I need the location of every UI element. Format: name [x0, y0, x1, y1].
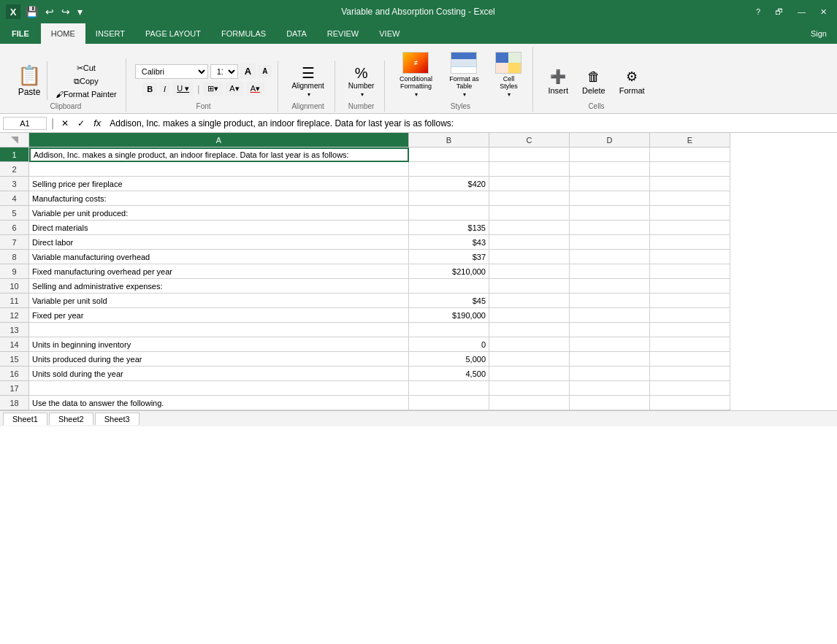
cell-C12[interactable] [489, 308, 570, 323]
cell-C6[interactable] [489, 221, 570, 235]
tab-insert[interactable]: INSERT [85, 23, 135, 44]
row-header-9[interactable]: 9 [0, 264, 29, 279]
cell-D17[interactable] [570, 381, 650, 396]
cell-E7[interactable] [650, 235, 730, 250]
paste-button[interactable]: 📋 Paste [12, 61, 47, 100]
cell-D12[interactable] [570, 308, 650, 323]
cell-B8[interactable]: $37 [409, 250, 489, 264]
sheet-tab-3[interactable]: Sheet3 [95, 413, 140, 425]
cell-C11[interactable] [489, 294, 570, 308]
tab-home[interactable]: HOME [41, 23, 85, 44]
decrease-font-button[interactable]: A [258, 65, 272, 77]
tab-data[interactable]: DATA [276, 23, 317, 44]
cell-C3[interactable] [489, 177, 570, 191]
cell-B4[interactable] [409, 191, 489, 206]
cell-B17[interactable] [409, 381, 489, 396]
cell-C15[interactable] [489, 352, 570, 367]
cell-B1[interactable] [409, 147, 489, 162]
cell-E3[interactable] [650, 177, 730, 191]
cell-B12[interactable]: $190,000 [409, 308, 489, 323]
font-size-select[interactable]: 11 [210, 64, 238, 79]
formula-cancel-button[interactable]: ✕ [58, 118, 72, 129]
cell-D10[interactable] [570, 279, 650, 294]
sheet-tab-2[interactable]: Sheet2 [49, 413, 93, 425]
formula-confirm-button[interactable]: ✓ [74, 118, 88, 129]
cell-D8[interactable] [570, 250, 650, 264]
customize-qat-button[interactable]: ▾ [75, 6, 85, 18]
tab-view[interactable]: VIEW [369, 23, 410, 44]
cell-D7[interactable] [570, 235, 650, 250]
redo-qat-button[interactable]: ↪ [59, 6, 72, 18]
cell-E12[interactable] [650, 308, 730, 323]
minimize-button[interactable]: — [793, 6, 810, 18]
cell-C4[interactable] [489, 191, 570, 206]
row-header-6[interactable]: 6 [0, 221, 29, 235]
cell-A14[interactable]: Units in beginning inventory [29, 337, 409, 352]
row-header-3[interactable]: 3 [0, 177, 29, 191]
cell-A10[interactable]: Selling and administrative expenses: [29, 279, 409, 294]
cell-A7[interactable]: Direct labor [29, 235, 409, 250]
italic-button[interactable]: I [159, 83, 170, 96]
row-header-4[interactable]: 4 [0, 191, 29, 206]
cell-A4[interactable]: Manufacturing costs: [29, 191, 409, 206]
cell-B9[interactable]: $210,000 [409, 264, 489, 279]
cell-D2[interactable] [570, 162, 650, 177]
cell-D13[interactable] [570, 323, 650, 337]
row-header-8[interactable]: 8 [0, 250, 29, 264]
undo-qat-button[interactable]: ↩ [43, 6, 56, 18]
format-painter-button[interactable]: 🖌 Format Painter [53, 88, 120, 100]
cell-A2[interactable] [29, 162, 409, 177]
cell-A9[interactable]: Fixed manufacturing overhead per year [29, 264, 409, 279]
cell-D18[interactable] [570, 396, 650, 410]
conditional-formatting-button[interactable]: ≠ ConditionalFormatting ▾ [394, 50, 437, 100]
cell-E1[interactable] [650, 147, 730, 162]
cell-D14[interactable] [570, 337, 650, 352]
row-header-18[interactable]: 18 [0, 396, 29, 410]
cell-B10[interactable] [409, 279, 489, 294]
cell-A12[interactable]: Fixed per year [29, 308, 409, 323]
cell-D9[interactable] [570, 264, 650, 279]
cell-styles-button[interactable]: CellStyles ▾ [490, 50, 527, 100]
sheet-tab-1[interactable]: Sheet1 [3, 413, 47, 426]
delete-button[interactable]: 🗑 Delete [576, 66, 611, 98]
cell-D3[interactable] [570, 177, 650, 191]
row-header-1[interactable]: 1 [0, 147, 29, 162]
bold-button[interactable]: B [142, 83, 157, 96]
cell-A15[interactable]: Units produced during the year [29, 352, 409, 367]
col-header-d[interactable]: D [570, 133, 650, 147]
cell-D16[interactable] [570, 367, 650, 381]
cell-C5[interactable] [489, 206, 570, 221]
col-header-c[interactable]: C [489, 133, 570, 147]
underline-button[interactable]: U ▾ [172, 82, 194, 96]
cell-C1[interactable] [489, 147, 570, 162]
cell-E17[interactable] [650, 381, 730, 396]
row-header-17[interactable]: 17 [0, 381, 29, 396]
cell-A13[interactable] [29, 323, 409, 337]
cell-B16[interactable]: 4,500 [409, 367, 489, 381]
cell-reference-box[interactable] [3, 117, 47, 130]
cell-D15[interactable] [570, 352, 650, 367]
tab-formulas[interactable]: FORMULAS [211, 23, 276, 44]
cell-E2[interactable] [650, 162, 730, 177]
cell-C13[interactable] [489, 323, 570, 337]
cell-A5[interactable]: Variable per unit produced: [29, 206, 409, 221]
cell-E11[interactable] [650, 294, 730, 308]
tab-file[interactable]: FILE [0, 23, 41, 44]
cell-E10[interactable] [650, 279, 730, 294]
cell-A6[interactable]: Direct materials [29, 221, 409, 235]
fill-color-button[interactable]: A▾ [225, 82, 243, 96]
help-button[interactable]: ? [752, 6, 765, 18]
cell-B13[interactable] [409, 323, 489, 337]
cell-C9[interactable] [489, 264, 570, 279]
border-button[interactable]: ⊞▾ [203, 82, 223, 96]
tab-page-layout[interactable]: PAGE LAYOUT [135, 23, 211, 44]
row-header-16[interactable]: 16 [0, 367, 29, 381]
increase-font-button[interactable]: A [240, 64, 256, 79]
insert-button[interactable]: ➕ Insert [542, 66, 574, 98]
row-header-7[interactable]: 7 [0, 235, 29, 250]
copy-button[interactable]: ⧉ Copy [53, 75, 120, 88]
cell-B5[interactable] [409, 206, 489, 221]
cell-C7[interactable] [489, 235, 570, 250]
cell-A1[interactable]: Addison, Inc. makes a single product, an… [29, 147, 409, 162]
cell-A16[interactable]: Units sold during the year [29, 367, 409, 381]
